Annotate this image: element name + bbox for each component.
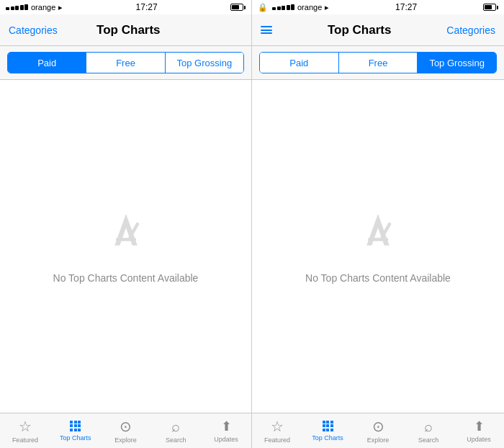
segment-paid-1[interactable]: Paid — [8, 53, 86, 73]
svg-rect-4 — [368, 238, 388, 241]
status-right-2 — [483, 4, 498, 11]
segment-bar-1: Paid Free Top Grossing — [0, 46, 251, 80]
status-left-1: orange ▸ — [6, 3, 63, 12]
tab-top-charts-2[interactable]: Top Charts — [302, 421, 353, 442]
wifi-icon-1: ▸ — [58, 3, 63, 12]
status-time-2: 17:27 — [395, 2, 417, 12]
tab-search-2[interactable]: ⌕ Search — [403, 418, 454, 444]
status-bar-2: 🔒 orange ▸ 17:27 — [252, 0, 504, 14]
signal-dot — [291, 4, 294, 10]
status-right-1 — [230, 4, 246, 11]
signal-dot — [20, 5, 24, 10]
search-label-1: Search — [166, 436, 186, 444]
signal-dot — [24, 4, 28, 10]
tab-updates-1[interactable]: ⬆ Updates — [201, 418, 251, 443]
tab-search-1[interactable]: ⌕ Search — [150, 418, 201, 444]
tab-bar-2: ☆ Featured — [252, 413, 504, 448]
tab-bar-1: ☆ Featured — [0, 413, 251, 448]
menu-icon-2[interactable] — [261, 26, 272, 34]
phone-panel-1: orange ▸ 17:27 Categories Top Charts Pai… — [0, 0, 252, 448]
segment-free-2[interactable]: Free — [338, 53, 418, 73]
updates-label-1: Updates — [214, 436, 238, 443]
battery-2 — [483, 4, 498, 11]
wifi-icon-2: ▸ — [325, 3, 329, 12]
app-store-placeholder-icon-1 — [101, 209, 151, 259]
nav-title-2: Top Charts — [328, 23, 391, 37]
explore-icon-1: ⊙ — [120, 418, 132, 435]
explore-icon-2: ⊙ — [372, 418, 384, 435]
signal-dot — [272, 7, 276, 10]
categories-button-1[interactable]: Categories — [9, 24, 58, 36]
explore-label-2: Explore — [367, 436, 390, 444]
carrier-label-1: orange — [31, 3, 55, 12]
segment-control-1: Paid Free Top Grossing — [7, 52, 244, 73]
signal-dot — [11, 6, 14, 10]
updates-icon-1: ⬆ — [221, 418, 232, 434]
signal-dots-2 — [272, 4, 294, 10]
battery-fill-2 — [485, 5, 492, 9]
search-icon-1: ⌕ — [171, 418, 180, 435]
no-content-label-1: No Top Charts Content Available — [53, 272, 199, 284]
explore-label-1: Explore — [114, 436, 137, 444]
featured-icon-2: ☆ — [271, 418, 284, 435]
phone-panel-2: 🔒 orange ▸ 17:27 — [252, 0, 504, 448]
signal-dot — [282, 6, 285, 10]
signal-dots-1 — [6, 4, 28, 10]
segment-top-grossing-1[interactable]: Top Grossing — [165, 53, 243, 73]
content-area-2: No Top Charts Content Available — [252, 80, 504, 413]
battery-tip-2 — [497, 6, 498, 9]
top-charts-icon-2 — [323, 421, 333, 431]
signal-dot — [15, 6, 19, 10]
top-charts-icon-1 — [70, 421, 81, 431]
carrier-label-2: orange — [297, 3, 322, 12]
status-bar-1: orange ▸ 17:27 — [0, 0, 251, 14]
tab-updates-2[interactable]: ⬆ Updates — [454, 418, 504, 443]
battery-1 — [230, 4, 246, 11]
tab-explore-2[interactable]: ⊙ Explore — [353, 418, 403, 444]
battery-body-1 — [230, 4, 243, 11]
tab-featured-2[interactable]: ☆ Featured — [252, 418, 302, 444]
battery-tip-1 — [244, 6, 246, 9]
status-left-2: 🔒 orange ▸ — [258, 3, 329, 12]
app-store-placeholder-icon-2 — [353, 209, 403, 259]
battery-fill-1 — [232, 5, 239, 9]
search-label-2: Search — [418, 436, 439, 444]
tab-top-charts-1[interactable]: Top Charts — [50, 421, 101, 442]
tab-featured-1[interactable]: ☆ Featured — [0, 418, 50, 444]
segment-free-1[interactable]: Free — [86, 53, 164, 73]
nav-bar-1: Categories Top Charts — [0, 14, 251, 46]
featured-label-2: Featured — [264, 436, 290, 444]
signal-dot — [6, 7, 9, 10]
segment-top-grossing-2[interactable]: Top Grossing — [417, 53, 496, 73]
featured-icon-1: ☆ — [19, 418, 32, 435]
content-area-1: No Top Charts Content Available — [0, 80, 251, 413]
tab-explore-1[interactable]: ⊙ Explore — [101, 418, 151, 444]
nav-bar-2: Top Charts Categories — [252, 14, 504, 46]
updates-icon-2: ⬆ — [474, 418, 485, 434]
segment-bar-2: Paid Free Top Grossing — [252, 46, 504, 80]
no-content-label-2: No Top Charts Content Available — [305, 272, 451, 284]
categories-button-2[interactable]: Categories — [446, 24, 495, 36]
battery-body-2 — [483, 4, 496, 11]
status-time-1: 17:27 — [136, 2, 158, 12]
segment-paid-2[interactable]: Paid — [260, 53, 338, 73]
top-charts-label-1: Top Charts — [60, 434, 91, 442]
updates-label-2: Updates — [467, 436, 491, 443]
top-charts-label-2: Top Charts — [312, 434, 343, 442]
featured-label-1: Featured — [12, 436, 38, 444]
signal-dot — [287, 5, 290, 10]
segment-control-2: Paid Free Top Grossing — [259, 52, 497, 73]
svg-rect-1 — [116, 238, 136, 241]
search-icon-2: ⌕ — [424, 418, 433, 435]
signal-dot — [277, 6, 281, 10]
lock-icon-2: 🔒 — [258, 3, 268, 12]
nav-title-1: Top Charts — [96, 23, 160, 37]
